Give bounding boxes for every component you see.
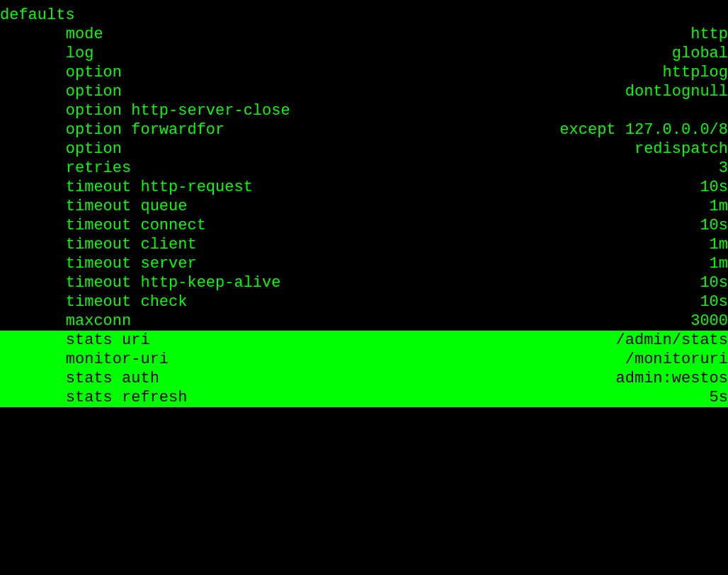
terminal-line-option-forwardfor: option forwardfor [0,120,728,140]
line-value: admin:westos [616,370,728,387]
line-key: mode [0,25,690,43]
line-key: stats uri [0,331,616,349]
line-value: except 127.0.0.0/8 [559,121,728,139]
terminal-line-monitor-uri: monitor-uri [0,350,728,369]
terminal-line-timeout-connect: timeout connect [0,216,728,235]
line-key: option [0,64,663,81]
terminal-line-log: log [0,44,728,63]
terminal-line-stats-auth: stats auth [0,369,728,388]
line-value: 1m [710,255,728,273]
terminal-line-timeout-client: timeout client [0,235,728,254]
line-key: timeout http-keep-alive [0,274,700,292]
line-value: 10s [700,274,728,292]
line-key: monitor-uri [0,351,625,368]
line-key: timeout check [0,293,700,311]
terminal-line-option-http-server-close: option http-server-close [0,101,728,120]
terminal-line-option-httplog: option [0,63,728,82]
line-value: 10s [700,178,728,196]
terminal-line-retries: retries [0,159,728,178]
line-key: option [0,140,635,158]
terminal-line-stats-uri: stats uri [0,331,728,350]
line-value: 5s [710,389,728,406]
terminal-line-mode: mode [0,25,728,44]
line-key: retries [0,159,719,177]
terminal-line-timeout-server: timeout server [0,254,728,273]
line-value: dontlognull [625,83,728,101]
line-key: stats auth [0,370,616,387]
line-key: option http-server-close [0,102,728,120]
line-key: timeout queue [0,198,710,215]
line-key: stats refresh [0,389,710,406]
line-value: 3 [719,159,728,177]
line-key: timeout connect [0,217,700,234]
line-value: 10s [700,217,728,234]
section-header: defaults [0,6,75,24]
line-value: redispatch [635,140,728,158]
terminal-line-maxconn: maxconn [0,312,728,331]
line-value: 3000 [690,312,728,330]
line-key: timeout server [0,255,710,273]
line-value: /monitoruri [625,351,728,368]
line-value: 1m [710,198,728,215]
line-value: 10s [700,293,728,311]
line-value: /admin/stats [616,331,728,349]
line-key: option forwardfor [0,121,559,139]
terminal-line-stats-refresh: stats refresh [0,388,728,407]
line-key: log [0,45,672,62]
line-key: option [0,83,625,101]
terminal-line-timeout-http-keep-alive: timeout http-keep-alive [0,273,728,292]
line-value: global [672,45,728,62]
terminal-line-defaults-header: defaults [0,6,728,25]
line-value: httplog [663,64,728,81]
terminal-line-timeout-queue: timeout queue [0,197,728,216]
terminal-line-timeout-http-request: timeout http-request [0,178,728,197]
terminal-line-option-redispatch: option [0,140,728,159]
line-key: maxconn [0,312,690,330]
line-value: 1m [710,236,728,254]
line-key: timeout http-request [0,178,700,196]
terminal-line-option-dontlognull: option [0,82,728,101]
line-value: http [690,25,728,43]
terminal-line-timeout-check: timeout check [0,292,728,312]
line-key: timeout client [0,236,710,254]
terminal: defaults mode [0,0,728,575]
